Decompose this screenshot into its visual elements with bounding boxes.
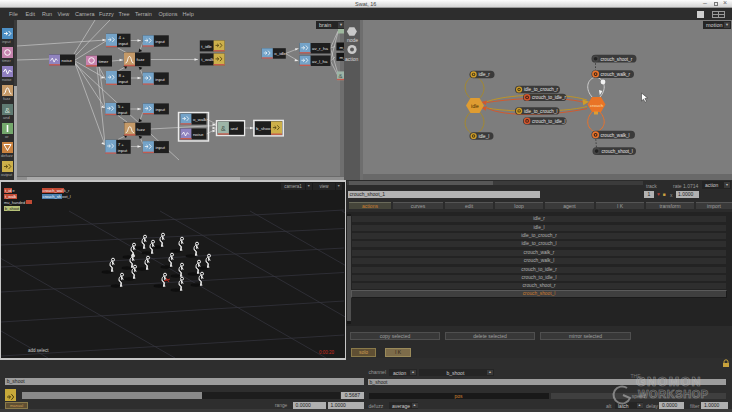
svg-text:crouch_to_idle_r: crouch_to_idle_r — [532, 95, 566, 100]
svg-text:idle: idle — [471, 103, 479, 109]
svg-text:b_shoo: b_shoo — [256, 126, 271, 131]
svg-text:fuzz: fuzz — [137, 57, 145, 62]
svg-text:&: & — [5, 106, 11, 115]
svg-text:input: input — [118, 148, 128, 153]
svg-text:input: input — [118, 79, 128, 84]
svg-text:idle_r: idle_r — [479, 72, 491, 77]
svg-text:WORKSHOP: WORKSHOP — [638, 388, 709, 400]
svg-text:&: & — [221, 125, 226, 132]
svg-text:input: input — [119, 42, 129, 47]
svg-text:idle_l: idle_l — [479, 134, 490, 139]
svg-text:&: & — [339, 73, 343, 79]
svg-text:GNOMON: GNOMON — [636, 375, 702, 389]
svg-text:7 +: 7 + — [118, 142, 125, 147]
svg-text:and: and — [230, 126, 238, 131]
svg-text:t_idle: t_idle — [201, 44, 212, 49]
svg-text:idle_to_crouch_l: idle_to_crouch_l — [524, 109, 557, 114]
svg-text:THE: THE — [631, 373, 642, 379]
svg-text:av_r_ha: av_r_ha — [312, 46, 328, 51]
svg-text:crouch_to_idle_l: crouch_to_idle_l — [532, 119, 565, 124]
svg-text:input: input — [155, 39, 165, 44]
svg-text:crouch: crouch — [590, 103, 604, 108]
svg-text:crouch_walk_l: crouch_walk_l — [601, 133, 630, 138]
svg-text:noise: noise — [193, 132, 204, 137]
svg-text:timer: timer — [99, 59, 109, 64]
svg-text:input: input — [155, 77, 165, 82]
svg-text:input: input — [155, 145, 165, 150]
svg-text:crouch_walk_r: crouch_walk_r — [601, 72, 631, 77]
svg-text:crouch_shoot_r: crouch_shoot_r — [601, 57, 633, 62]
svg-text:crouch_shoot_l: crouch_shoot_l — [602, 149, 633, 154]
svg-text:o_idle: o_idle — [274, 51, 286, 56]
svg-text:av_l_ha: av_l_ha — [312, 59, 328, 64]
svg-text:5 +: 5 + — [118, 104, 125, 109]
svg-text:fuzz: fuzz — [137, 127, 145, 132]
svg-text:4 +: 4 + — [119, 36, 126, 41]
svg-text:idle_to_crouch_r: idle_to_crouch_r — [524, 87, 558, 92]
svg-text:8 +: 8 + — [118, 73, 125, 78]
svg-text:input: input — [118, 110, 128, 115]
svg-text:noise: noise — [62, 58, 73, 63]
svg-text:input: input — [155, 107, 165, 112]
svg-text:o_walk: o_walk — [193, 117, 207, 122]
svg-text:t_walk: t_walk — [201, 57, 214, 62]
